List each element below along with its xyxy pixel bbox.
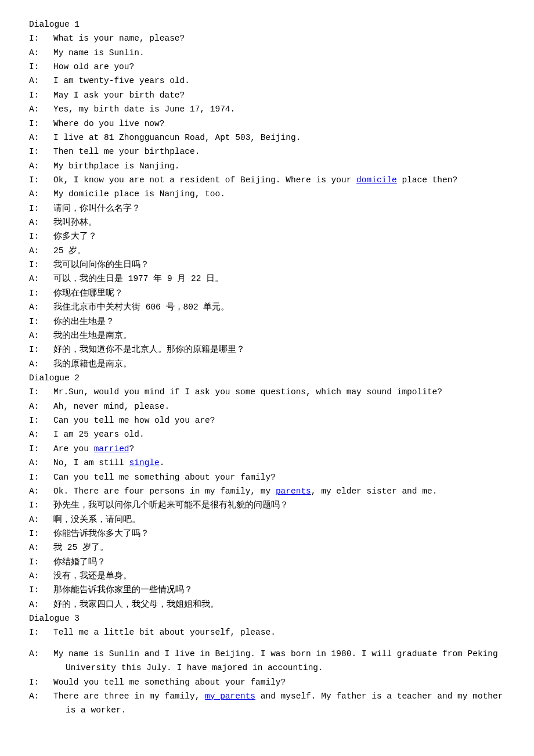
utterance-continuation: University this July. I have majored in … xyxy=(29,661,505,675)
speaker: A: xyxy=(29,513,53,527)
utterance: 你多大了？ xyxy=(53,229,97,243)
dialogue-line: I:请问，你叫什么名字？ xyxy=(29,201,505,215)
speaker: A: xyxy=(29,244,53,258)
speaker: A: xyxy=(29,131,53,145)
speaker: A: xyxy=(29,74,53,88)
dialogue-line: I:Then tell me your birthplace. xyxy=(29,145,505,159)
utterance: I am 25 years old. xyxy=(53,427,145,441)
dialogue-line: I:Where do you live now? xyxy=(29,117,505,131)
utterance: Tell me a little bit about yourself, ple… xyxy=(53,625,276,639)
dialogue-line: I:我可以问问你的生日吗？ xyxy=(29,258,505,272)
speaker: A: xyxy=(29,456,53,470)
speaker: A: xyxy=(29,159,53,173)
my-parents-link[interactable]: my parents xyxy=(205,692,255,701)
speaker: A: xyxy=(29,597,53,611)
dialogue-1-title: Dialogue 1 xyxy=(29,17,505,31)
dialogue-line: A:My birthplace is Nanjing. xyxy=(29,159,505,173)
dialogue-line: I:Ok, I know you are not a resident of B… xyxy=(29,173,505,187)
utterance: Would you tell me something about your f… xyxy=(53,675,286,689)
dialogue-line: A:There are three in my family, my paren… xyxy=(29,689,505,703)
utterance: I live at 81 Zhongguancun Road, Apt 503,… xyxy=(53,131,301,145)
speaker: I: xyxy=(29,286,53,300)
speaker: I: xyxy=(29,229,53,243)
utterance: Ok, I know you are not a resident of Bei… xyxy=(53,173,457,187)
utterance: Ok. There are four persons in my family,… xyxy=(53,484,437,498)
dialogue-line: A:I live at 81 Zhongguancun Road, Apt 50… xyxy=(29,131,505,145)
dialogue-line: A:My name is Sunlin and I live in Beijin… xyxy=(29,647,505,661)
speaker: A: xyxy=(29,484,53,498)
married-link[interactable]: married xyxy=(94,444,129,453)
dialogue-line: A:我 25 岁了。 xyxy=(29,541,505,555)
dialogue-line: A:My domicile place is Nanjing, too. xyxy=(29,187,505,201)
speaker: I: xyxy=(29,145,53,159)
speaker: A: xyxy=(29,399,53,413)
utterance: What is your name, please? xyxy=(53,31,185,45)
speaker: A: xyxy=(29,647,53,661)
speaker: A: xyxy=(29,357,53,371)
speaker: I: xyxy=(29,173,53,187)
dialogue-line: I:Are you married? xyxy=(29,442,505,456)
dialogue-line: A:Ah, never mind, please. xyxy=(29,399,505,413)
speaker: A: xyxy=(29,427,53,441)
speaker: I: xyxy=(29,555,53,569)
utterance: Then tell me your birthplace. xyxy=(53,145,200,159)
dialogue-2-title: Dialogue 2 xyxy=(29,371,505,385)
dialogue-line: I:How old are you? xyxy=(29,60,505,74)
dialogue-line: I:Can you tell me something about your f… xyxy=(29,470,505,484)
speaker: I: xyxy=(29,413,53,427)
utterance: 你能告诉我你多大了吗？ xyxy=(53,527,149,541)
utterance: There are three in my family, my parents… xyxy=(53,689,503,703)
utterance: 我 25 岁了。 xyxy=(53,541,109,555)
speaker: A: xyxy=(29,102,53,116)
speaker: A: xyxy=(29,272,53,286)
dialogue-line: I:那你能告诉我你家里的一些情况吗？ xyxy=(29,583,505,597)
utterance: 你的出生地是？ xyxy=(53,315,114,329)
speaker: I: xyxy=(29,60,53,74)
speaker: I: xyxy=(29,675,53,689)
speaker: A: xyxy=(29,300,53,314)
dialogue-line: I:孙先生，我可以问你几个听起来可能不是很有礼貌的问题吗？ xyxy=(29,498,505,512)
dialogue-3-title: Dialogue 3 xyxy=(29,611,505,625)
utterance: Mr.Sun, would you mind if I ask you some… xyxy=(53,385,442,399)
dialogue-line: I:你多大了？ xyxy=(29,229,505,243)
utterance: Where do you live now? xyxy=(53,117,164,131)
speaker: A: xyxy=(29,215,53,229)
dialogue-line: I:Tell me a little bit about yourself, p… xyxy=(29,625,505,639)
dialogue-line: A:No, I am still single. xyxy=(29,456,505,470)
utterance: 那你能告诉我你家里的一些情况吗？ xyxy=(53,583,193,597)
speaker: A: xyxy=(29,541,53,555)
dialogue-line: A:没有，我还是单身。 xyxy=(29,569,505,583)
utterance: 你现在住哪里呢？ xyxy=(53,286,123,300)
dialogue-line: A:Yes, my birth date is June 17, 1974. xyxy=(29,102,505,116)
utterance: My domicile place is Nanjing, too. xyxy=(53,187,225,201)
dialogue-line: I:你现在住哪里呢？ xyxy=(29,286,505,300)
domicile-link[interactable]: domicile xyxy=(356,175,397,185)
parents-link[interactable]: parents xyxy=(276,487,311,496)
dialogue-line: A:25 岁。 xyxy=(29,244,505,258)
utterance: 啊，没关系，请问吧。 xyxy=(53,513,140,527)
speaker: I: xyxy=(29,258,53,272)
dialogue-line: I:May I ask your birth date? xyxy=(29,88,505,102)
utterance: 可以，我的生日是 1977 年 9 月 22 日。 xyxy=(53,272,223,286)
speaker: I: xyxy=(29,583,53,597)
dialogue-line: A:My name is Sunlin. xyxy=(29,46,505,60)
dialogue-line: A:我的出生地是南京。 xyxy=(29,329,505,343)
single-link[interactable]: single xyxy=(129,458,160,467)
speaker: I: xyxy=(29,201,53,215)
utterance: 我的出生地是南京。 xyxy=(53,329,132,343)
speaker: A: xyxy=(29,329,53,343)
utterance: 请问，你叫什么名字？ xyxy=(53,201,140,215)
utterance: Yes, my birth date is June 17, 1974. xyxy=(53,102,235,116)
dialogue-line: I:Mr.Sun, would you mind if I ask you so… xyxy=(29,385,505,399)
utterance: 我住北京市中关村大街 606 号，802 单元。 xyxy=(53,300,229,314)
speaker: I: xyxy=(29,385,53,399)
utterance: May I ask your birth date? xyxy=(53,88,185,102)
dialogue-line: A:I am 25 years old. xyxy=(29,427,505,441)
dialogue-line: A:我的原籍也是南京。 xyxy=(29,357,505,371)
speaker: A: xyxy=(29,689,53,703)
utterance: Can you tell me how old you are? xyxy=(53,413,215,427)
utterance: Are you married? xyxy=(53,442,134,456)
utterance: 没有，我还是单身。 xyxy=(53,569,132,583)
speaker: A: xyxy=(29,187,53,201)
utterance: 我叫孙林。 xyxy=(53,215,97,229)
